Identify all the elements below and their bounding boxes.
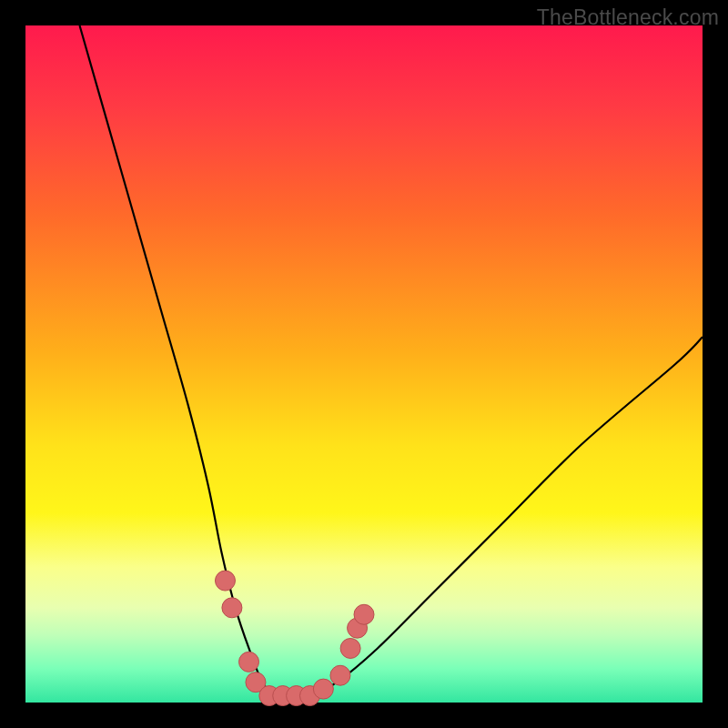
plot-area <box>25 25 703 703</box>
marker-point <box>239 652 259 672</box>
marker-point <box>215 571 235 591</box>
marker-point <box>313 679 333 699</box>
watermark-text: TheBottleneck.com <box>537 5 719 30</box>
marker-point <box>354 604 374 624</box>
chart-frame: TheBottleneck.com <box>0 0 728 728</box>
curve-markers <box>215 571 374 705</box>
marker-point <box>340 638 360 658</box>
marker-point <box>222 598 242 618</box>
marker-point <box>330 665 350 685</box>
bottleneck-curve <box>80 25 703 697</box>
curve-svg <box>25 25 703 703</box>
